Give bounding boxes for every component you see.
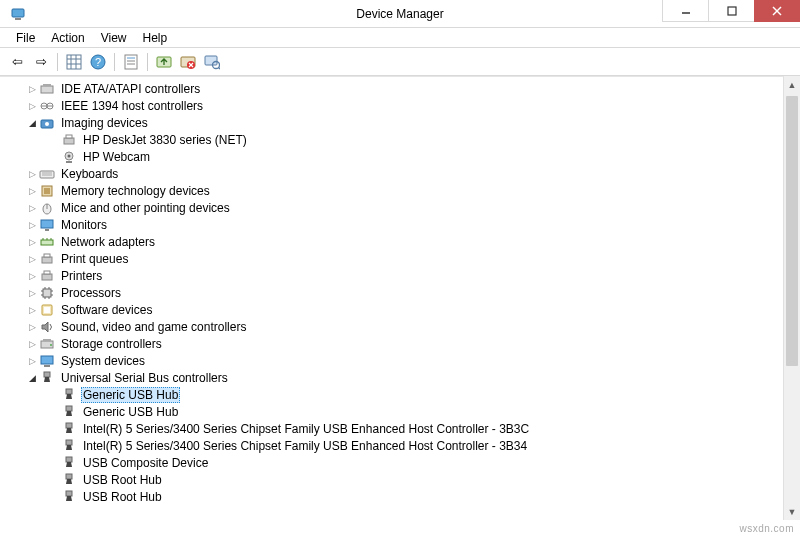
keyboard-icon bbox=[39, 166, 55, 182]
tree-item-generic-usb-hub-2[interactable]: ▷ Generic USB Hub bbox=[0, 403, 800, 420]
chevron-right-icon[interactable]: ▷ bbox=[26, 100, 38, 112]
scroll-down-icon[interactable]: ▼ bbox=[784, 503, 800, 520]
chevron-down-icon[interactable]: ◢ bbox=[26, 117, 38, 129]
tree-label: Processors bbox=[59, 286, 123, 300]
usb-icon bbox=[61, 404, 77, 420]
chevron-right-icon[interactable]: ▷ bbox=[26, 304, 38, 316]
back-button[interactable]: ⇦ bbox=[6, 51, 28, 73]
usb-icon bbox=[61, 421, 77, 437]
update-driver-button[interactable] bbox=[153, 51, 175, 73]
chevron-right-icon[interactable]: ▷ bbox=[26, 202, 38, 214]
tree-item-intel-usb-3b3c[interactable]: ▷ Intel(R) 5 Series/3400 Series Chipset … bbox=[0, 420, 800, 437]
chevron-right-icon[interactable]: ▷ bbox=[26, 83, 38, 95]
tree-item-usb-root-hub-2[interactable]: ▷ USB Root Hub bbox=[0, 488, 800, 505]
toolbar: ⇦ ⇨ ? bbox=[0, 48, 800, 76]
uninstall-icon bbox=[180, 54, 196, 70]
chevron-right-icon[interactable]: ▷ bbox=[26, 219, 38, 231]
tree-item-processors[interactable]: ▷ Processors bbox=[0, 284, 800, 301]
svg-rect-22 bbox=[205, 56, 217, 65]
chevron-right-icon[interactable]: ▷ bbox=[26, 168, 38, 180]
scroll-up-icon[interactable]: ▲ bbox=[784, 76, 800, 93]
tree-item-hp-deskjet[interactable]: ▷ HP DeskJet 3830 series (NET) bbox=[0, 131, 800, 148]
tree-item-sound-video[interactable]: ▷ Sound, video and game controllers bbox=[0, 318, 800, 335]
tree-item-usb-controllers[interactable]: ◢ Universal Serial Bus controllers bbox=[0, 369, 800, 386]
menu-action[interactable]: Action bbox=[43, 29, 92, 47]
toolbar-separator bbox=[147, 53, 148, 71]
tree-item-printers[interactable]: ▷ Printers bbox=[0, 267, 800, 284]
svg-rect-75 bbox=[66, 457, 72, 462]
svg-rect-71 bbox=[66, 389, 72, 394]
svg-rect-0 bbox=[12, 9, 24, 17]
tree-item-imaging[interactable]: ◢ Imaging devices bbox=[0, 114, 800, 131]
tree-item-generic-usb-hub-1[interactable]: ▷ Generic USB Hub bbox=[0, 386, 800, 403]
chevron-right-icon[interactable]: ▷ bbox=[26, 236, 38, 248]
tree-label: Print queues bbox=[59, 252, 130, 266]
svg-rect-77 bbox=[66, 491, 72, 496]
device-tree[interactable]: ▷ IDE ATA/ATAPI controllers ▷ IEEE 1394 … bbox=[0, 76, 800, 536]
properties-button[interactable] bbox=[120, 51, 142, 73]
chevron-right-icon[interactable]: ▷ bbox=[26, 355, 38, 367]
tree-item-memory-tech[interactable]: ▷ Memory technology devices bbox=[0, 182, 800, 199]
chevron-right-icon[interactable]: ▷ bbox=[26, 185, 38, 197]
close-button[interactable] bbox=[754, 0, 800, 22]
forward-button[interactable]: ⇨ bbox=[30, 51, 52, 73]
tree-item-print-queues[interactable]: ▷ Print queues bbox=[0, 250, 800, 267]
menu-view[interactable]: View bbox=[93, 29, 135, 47]
tree-item-software-devices[interactable]: ▷ Software devices bbox=[0, 301, 800, 318]
scroll-thumb[interactable] bbox=[786, 96, 798, 366]
tree-item-mice[interactable]: ▷ Mice and other pointing devices bbox=[0, 199, 800, 216]
menu-file[interactable]: File bbox=[8, 29, 43, 47]
tree-item-usb-root-hub-1[interactable]: ▷ USB Root Hub bbox=[0, 471, 800, 488]
tree-item-hp-webcam[interactable]: ▷ HP Webcam bbox=[0, 148, 800, 165]
tree-item-system-devices[interactable]: ▷ System devices bbox=[0, 352, 800, 369]
tree-label: IDE ATA/ATAPI controllers bbox=[59, 82, 202, 96]
tree-label: HP DeskJet 3830 series (NET) bbox=[81, 133, 249, 147]
svg-rect-70 bbox=[44, 372, 50, 377]
chevron-right-icon[interactable]: ▷ bbox=[26, 338, 38, 350]
help-button[interactable]: ? bbox=[87, 51, 109, 73]
tree-label: Generic USB Hub bbox=[81, 387, 180, 403]
tree-item-storage[interactable]: ▷ Storage controllers bbox=[0, 335, 800, 352]
chevron-right-icon[interactable]: ▷ bbox=[26, 321, 38, 333]
menu-help[interactable]: Help bbox=[135, 29, 176, 47]
svg-rect-6 bbox=[67, 55, 81, 69]
tree-item-ide-atapi[interactable]: ▷ IDE ATA/ATAPI controllers bbox=[0, 80, 800, 97]
ieee1394-icon bbox=[39, 98, 55, 114]
scan-hardware-button[interactable] bbox=[201, 51, 223, 73]
svg-rect-1 bbox=[15, 18, 21, 20]
tree-label: Intel(R) 5 Series/3400 Series Chipset Fa… bbox=[81, 439, 529, 453]
svg-rect-41 bbox=[44, 188, 50, 194]
tree-label: Intel(R) 5 Series/3400 Series Chipset Fa… bbox=[81, 422, 531, 436]
window-title: Device Manager bbox=[356, 7, 443, 21]
software-icon bbox=[39, 302, 55, 318]
vertical-scrollbar[interactable]: ▲ ▼ bbox=[783, 76, 800, 520]
uninstall-button[interactable] bbox=[177, 51, 199, 73]
properties-icon bbox=[123, 54, 139, 70]
show-hidden-button[interactable] bbox=[63, 51, 85, 73]
tree-item-monitors[interactable]: ▷ Monitors bbox=[0, 216, 800, 233]
update-driver-icon bbox=[156, 54, 172, 70]
minimize-button[interactable] bbox=[662, 0, 708, 22]
chevron-right-icon[interactable]: ▷ bbox=[26, 253, 38, 265]
tree-label: Mice and other pointing devices bbox=[59, 201, 232, 215]
tree-item-intel-usb-3b34[interactable]: ▷ Intel(R) 5 Series/3400 Series Chipset … bbox=[0, 437, 800, 454]
printer-icon bbox=[39, 268, 55, 284]
chevron-right-icon[interactable]: ▷ bbox=[26, 287, 38, 299]
svg-rect-51 bbox=[44, 254, 50, 257]
maximize-button[interactable] bbox=[708, 0, 754, 22]
svg-rect-13 bbox=[125, 55, 137, 69]
usb-icon bbox=[61, 489, 77, 505]
processor-icon bbox=[39, 285, 55, 301]
tree-item-ieee1394[interactable]: ▷ IEEE 1394 host controllers bbox=[0, 97, 800, 114]
tree-item-keyboards[interactable]: ▷ Keyboards bbox=[0, 165, 800, 182]
arrow-right-icon: ⇨ bbox=[36, 54, 47, 69]
printer-icon bbox=[39, 251, 55, 267]
tree-item-network[interactable]: ▷ Network adapters bbox=[0, 233, 800, 250]
tree-label: System devices bbox=[59, 354, 147, 368]
mouse-icon bbox=[39, 200, 55, 216]
tree-item-usb-composite[interactable]: ▷ USB Composite Device bbox=[0, 454, 800, 471]
tree-label: Storage controllers bbox=[59, 337, 164, 351]
chevron-down-icon[interactable]: ◢ bbox=[26, 372, 38, 384]
webcam-icon bbox=[61, 149, 77, 165]
chevron-right-icon[interactable]: ▷ bbox=[26, 270, 38, 282]
